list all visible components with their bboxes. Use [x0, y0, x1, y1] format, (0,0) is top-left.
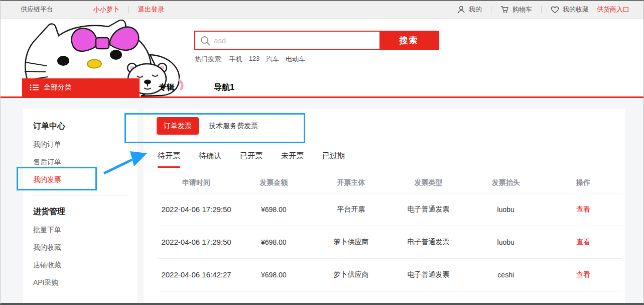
- search-input[interactable]: [195, 32, 379, 49]
- table-header-cell: 发票金额: [235, 173, 312, 193]
- all-categories-button[interactable]: 全部分类: [22, 78, 140, 96]
- heart-icon: [551, 6, 559, 14]
- cell-type: 电子普通发票: [390, 258, 467, 291]
- category-list-icon: [30, 84, 39, 91]
- nav-item-nav1[interactable]: 导航1: [214, 78, 234, 96]
- cell-subject: 萝卜供应商: [312, 258, 390, 291]
- hot-search-item[interactable]: 电动车: [286, 55, 305, 64]
- all-categories-label: 全部分类: [44, 83, 72, 92]
- brand-title: 供应链平台: [21, 5, 53, 14]
- cart-link[interactable]: 购物车: [500, 5, 532, 14]
- hot-search: 热门搜索: 手机123汽车电动车: [195, 55, 305, 64]
- hot-search-label: 热门搜索:: [195, 55, 223, 64]
- cell-action: 查看: [545, 193, 622, 226]
- cell-title: luobu: [467, 226, 545, 258]
- divider: [128, 6, 129, 13]
- view-link[interactable]: 查看: [576, 270, 590, 278]
- favorites-label: 我的收藏: [563, 5, 589, 14]
- cart-label: 购物车: [512, 5, 532, 14]
- sidebar-divider: [33, 195, 127, 196]
- cart-icon: [500, 6, 509, 14]
- cell-action: 查看: [545, 226, 622, 258]
- sidebar-item[interactable]: 我的订单: [33, 136, 127, 153]
- cell-action: 查看: [545, 258, 622, 291]
- table-row: 2022-04-06 17:29:50¥698.00萝卜供应商电子普通发票luo…: [158, 226, 622, 258]
- cell-apply-time: 2022-04-06 16:42:27: [158, 258, 235, 291]
- invoice-type-tab-active[interactable]: 订单发票: [157, 117, 199, 135]
- search-bar: 搜索: [194, 31, 439, 50]
- view-link[interactable]: 查看: [576, 205, 590, 213]
- cell-title: luobu: [467, 193, 545, 226]
- sidebar-item[interactable]: 我的收藏: [33, 239, 127, 256]
- cell-amount: ¥698.00: [235, 258, 312, 291]
- cell-subject: 平台开票: [312, 193, 390, 226]
- cell-title: ceshi: [467, 258, 545, 291]
- invoice-type-tabs: 订单发票技术服务费发票: [157, 117, 617, 135]
- hot-search-item[interactable]: 手机: [229, 55, 242, 64]
- cell-type: 电子普通发票: [390, 226, 467, 258]
- invoice-status-tab-active[interactable]: 待开票: [158, 151, 180, 168]
- invoice-table: 申请时间发票金额开票主体发票类型发票抬头操作 2022-04-06 17:29:…: [158, 173, 622, 291]
- topbar: 供应链平台 小小萝卜 退出登录 我的 购物车 我的收藏 供货商入口: [1, 1, 643, 19]
- cell-subject: 萝卜供应商: [312, 226, 390, 258]
- invoice-status-tab[interactable]: 未开票: [281, 151, 304, 168]
- sidebar-section-title: 进货管理: [33, 205, 127, 218]
- table-header-cell: 操作: [545, 173, 622, 193]
- table-header-cell: 开票主体: [312, 173, 390, 193]
- invoice-status-tabs: 待开票待确认已开票未开票已过期: [158, 151, 617, 168]
- cell-apply-time: 2022-04-06 17:29:50: [158, 193, 235, 226]
- hot-search-item[interactable]: 汽车: [266, 55, 279, 64]
- cell-type: 电子普通发票: [390, 193, 467, 226]
- invoice-type-tab[interactable]: 技术服务费发票: [202, 117, 265, 135]
- sidebar-item[interactable]: 批量下单: [33, 221, 127, 239]
- sidebar-item[interactable]: API采购: [33, 274, 127, 291]
- my-account-link[interactable]: 我的: [457, 5, 482, 14]
- invoice-status-tab[interactable]: 待确认: [199, 151, 221, 168]
- invoice-status-tab[interactable]: 已过期: [322, 151, 345, 168]
- divider: [491, 6, 491, 13]
- invoice-status-tab[interactable]: 已开票: [240, 151, 263, 168]
- divider: [541, 6, 542, 13]
- site-header: 搜索 热门搜索: 手机123汽车电动车 全部分类 专辑 导航1: [1, 19, 643, 98]
- cell-amount: ¥698.00: [235, 226, 312, 258]
- supplier-entry-link[interactable]: 供货商入口: [597, 5, 629, 14]
- sidebar-item[interactable]: 售后订单: [33, 153, 127, 171]
- username-link[interactable]: 小小萝卜: [93, 5, 119, 14]
- hot-search-item[interactable]: 123: [249, 55, 260, 64]
- table-header-cell: 申请时间: [158, 173, 235, 193]
- my-account-label: 我的: [469, 5, 482, 14]
- sidebar-section-title: 订单中心: [33, 120, 127, 133]
- app-window: 供应链平台 小小萝卜 退出登录 我的 购物车 我的收藏 供货商入口: [0, 0, 644, 305]
- nav-item-album[interactable]: 专辑: [159, 78, 175, 96]
- cell-amount: ¥698.00: [235, 193, 312, 226]
- view-link[interactable]: 查看: [576, 238, 590, 246]
- logout-link[interactable]: 退出登录: [138, 5, 164, 14]
- search-button[interactable]: 搜索: [379, 32, 438, 49]
- table-header-cell: 发票抬头: [467, 173, 545, 193]
- invoice-panel: 订单发票技术服务费发票 待开票待确认已开票未开票已过期 申请时间发票金额开票主体…: [144, 109, 625, 305]
- search-icon: [200, 35, 211, 46]
- table-header-cell: 发票类型: [390, 173, 467, 193]
- table-row: 2022-04-06 17:29:50¥698.00平台开票电子普通发票luob…: [158, 193, 622, 226]
- table-row: 2022-04-06 16:42:27¥698.00萝卜供应商电子普通发票ces…: [158, 258, 622, 291]
- favorites-link[interactable]: 我的收藏: [551, 5, 589, 14]
- sidebar: 订单中心我的订单售后订单我的发票进货管理批量下单我的收藏店铺收藏API采购: [23, 109, 138, 305]
- person-icon: [457, 6, 465, 14]
- cell-apply-time: 2022-04-06 17:29:50: [158, 226, 235, 258]
- sidebar-item-active[interactable]: 我的发票: [33, 171, 127, 188]
- page-content: 订单中心我的订单售后订单我的发票进货管理批量下单我的收藏店铺收藏API采购 订单…: [1, 98, 643, 304]
- sidebar-item[interactable]: 店铺收藏: [33, 256, 127, 274]
